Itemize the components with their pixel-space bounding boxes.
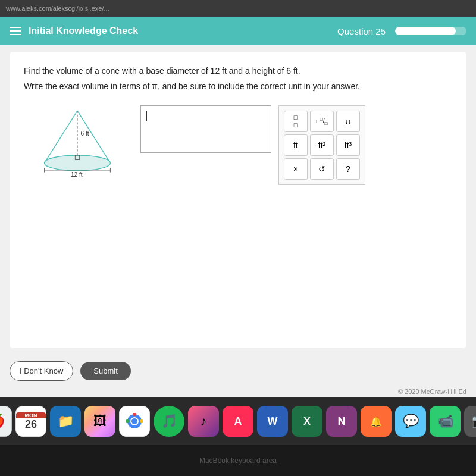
symbol-keyboard: □ □ □□/□ π ft ft² ft³ × ↺	[278, 105, 365, 185]
dock-finder-app[interactable]: 📁	[50, 406, 81, 437]
dock-excel[interactable]: X	[292, 406, 322, 437]
dock-onenote[interactable]: N	[326, 406, 357, 437]
dock-word[interactable]: W	[257, 406, 288, 437]
dock-camera[interactable]: 📷	[464, 406, 476, 437]
dont-know-button[interactable]: I Don't Know	[10, 361, 73, 381]
keyboard-hint: MacBook keyboard area	[199, 456, 277, 465]
math-input-box[interactable]	[140, 105, 271, 153]
app-header: Initial Knowledge Check Question 25	[0, 17, 476, 45]
app-container: Initial Knowledge Check Question 25 Find…	[0, 17, 476, 397]
text-cursor	[146, 111, 147, 121]
mixed-fraction-button[interactable]: □□/□	[310, 111, 334, 132]
svg-point-2	[45, 155, 111, 171]
main-content: Find the volume of a cone with a base di…	[10, 52, 466, 348]
dock-spotify[interactable]: 🎵	[154, 406, 184, 437]
dock-calendar[interactable]: MON 26	[15, 406, 46, 437]
bottom-bar: I Don't Know Submit	[0, 355, 476, 387]
dock-chrome[interactable]	[119, 406, 150, 437]
dock-music[interactable]: ♪	[188, 406, 219, 437]
ft2-button[interactable]: ft²	[310, 134, 334, 156]
progress-bar	[395, 27, 466, 35]
pi-button[interactable]: π	[336, 111, 360, 132]
dock-facetime[interactable]: 📹	[430, 406, 461, 437]
cone-svg: 6 ft 12 ft	[30, 105, 125, 177]
ft-button[interactable]: ft	[284, 134, 308, 156]
copyright-text: © 2020 McGraw-Hill Ed	[0, 387, 476, 397]
dock-area: 🍎 MON 26 📁 🖼 🎵 ♪ A W X N 🔔 💬 📹 📷	[0, 397, 476, 445]
question-number: Question 25	[337, 26, 386, 36]
dock-finder[interactable]: 🍎	[0, 406, 12, 437]
ft3-button[interactable]: ft³	[336, 134, 360, 156]
multiply-button[interactable]: ×	[284, 158, 308, 180]
svg-point-12	[131, 418, 137, 424]
submit-button[interactable]: Submit	[80, 362, 130, 380]
dock-messages[interactable]: 💬	[395, 406, 426, 437]
dock-a-app[interactable]: A	[223, 406, 253, 437]
app-title: Initial Knowledge Check	[29, 26, 337, 36]
question-line1: Find the volume of a cone with a base di…	[24, 64, 452, 77]
answer-area: 6 ft 12 ft	[24, 105, 452, 185]
progress-fill	[395, 27, 456, 35]
svg-text:12 ft: 12 ft	[71, 171, 83, 177]
keyboard-area: MacBook keyboard area	[0, 445, 476, 476]
undo-button[interactable]: ↺	[310, 158, 334, 180]
dock-photos[interactable]: 🖼	[84, 406, 115, 437]
browser-bar: www.aleks.com/alekscgi/x/isl.exe/...	[0, 0, 476, 17]
dock-notification[interactable]: 🔔	[361, 406, 392, 437]
fraction-button[interactable]: □ □	[284, 111, 308, 132]
cone-figure: 6 ft 12 ft	[24, 105, 131, 177]
question-text: Find the volume of a cone with a base di…	[24, 64, 452, 93]
question-line2: Write the exact volume in terms of π, an…	[24, 80, 452, 93]
svg-text:6 ft: 6 ft	[81, 130, 89, 137]
input-and-keyboard: □ □ □□/□ π ft ft² ft³ × ↺	[140, 105, 365, 185]
hamburger-menu-icon[interactable]	[10, 27, 21, 35]
help-button[interactable]: ?	[336, 158, 360, 180]
